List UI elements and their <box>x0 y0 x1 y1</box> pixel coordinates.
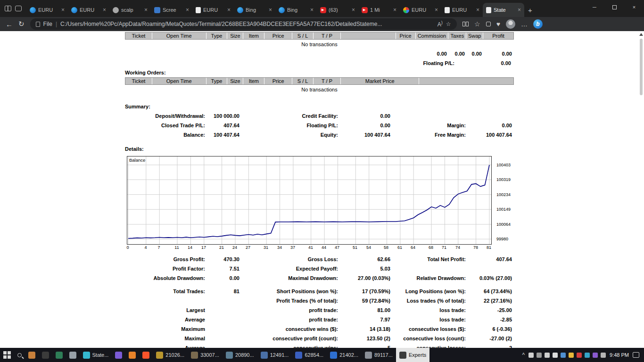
profile-avatar[interactable] <box>506 19 515 29</box>
taskbar-app-button[interactable]: 33007... <box>188 348 223 362</box>
tab-close-icon[interactable]: × <box>186 7 189 13</box>
favorite-star-icon[interactable]: ☆ <box>446 21 451 27</box>
taskbar-app-button[interactable] <box>25 348 39 362</box>
taskbar-apps: State... 2102 <box>25 348 430 362</box>
x-tick-label: 34 <box>277 245 282 250</box>
scroll-up-arrow[interactable] <box>639 33 643 36</box>
read-aloud-icon[interactable]: A <box>438 20 443 28</box>
start-button[interactable] <box>0 348 14 362</box>
taskbar-clock[interactable]: 9:48 PM <box>610 352 629 358</box>
commission-total: 0.00 <box>416 49 449 58</box>
x-tick-label: 58 <box>384 245 388 250</box>
taskbar-app-media <box>129 352 136 359</box>
taskbar-app-brave <box>142 352 149 359</box>
split-screen-icon[interactable] <box>462 20 469 28</box>
windows-taskbar: State... 2102 <box>0 348 644 362</box>
column-header: Taxes <box>448 33 466 39</box>
chart-y-axis-labels: 99980100064100149100234100319100403 <box>495 156 518 244</box>
browser-tab[interactable]: scalp × <box>109 3 151 17</box>
favorites-icon[interactable]: ☆ <box>474 20 480 28</box>
taskbar-app-label: Experts <box>409 352 426 358</box>
browser-essentials-icon[interactable]: ♥ <box>496 20 500 28</box>
browser-tab[interactable]: EURU × <box>400 3 441 17</box>
address-bar[interactable]: File | C:/Users/Home%20Pc/AppData/Roamin… <box>30 18 457 30</box>
browser-tab[interactable]: Bing × <box>275 3 317 17</box>
x-tick-label: 37 <box>290 245 295 250</box>
tray-onedrive-icon[interactable] <box>553 353 558 358</box>
taskbar-search-button[interactable] <box>14 348 25 362</box>
tab-close-icon[interactable]: × <box>393 7 396 13</box>
browser-tab[interactable]: EURU × <box>192 3 234 17</box>
tab-close-icon[interactable]: × <box>352 7 355 13</box>
copilot-icon[interactable]: b <box>533 19 543 29</box>
tray-alert-icon[interactable] <box>569 353 574 358</box>
taskbar-app-button[interactable]: Experts <box>396 348 429 362</box>
back-button[interactable]: ← <box>6 20 13 28</box>
taskbar-app-button[interactable] <box>66 348 80 362</box>
tab-favicon <box>362 7 368 13</box>
workspaces-icon[interactable] <box>5 6 11 11</box>
browser-tab[interactable]: 1 Mi × <box>358 3 400 17</box>
page-scrollbar[interactable] <box>638 31 644 348</box>
browser-tab[interactable]: EURU × <box>26 3 68 17</box>
tray-teal-app-icon[interactable] <box>585 353 590 358</box>
browser-tab[interactable]: EURU × <box>68 3 109 17</box>
taskbar-app-button[interactable] <box>52 348 66 362</box>
tray-blue-app-icon[interactable] <box>561 353 566 358</box>
tray-chevron-up-icon[interactable]: ^ <box>522 352 525 358</box>
statistics-row: Average consecutive wins:5 consecutive l… <box>125 343 514 348</box>
taskbar-app-button[interactable]: State... <box>80 348 112 362</box>
notification-center-icon[interactable] <box>633 352 639 358</box>
more-options-icon[interactable]: … <box>521 20 528 28</box>
tray-purple-app-icon[interactable] <box>593 353 598 358</box>
taskbar-app-button[interactable] <box>125 348 139 362</box>
statistics-row: Maximal consecutive profit (count):123.5… <box>125 334 514 343</box>
minimize-button[interactable]: ─ <box>585 0 604 14</box>
detailed-statement-report: TicketOpen TimeTypeSizeItemPriceS / LT /… <box>125 31 514 348</box>
tray-touch-keyboard-icon[interactable] <box>545 353 550 358</box>
tray-volume-icon[interactable] <box>537 353 542 358</box>
taskbar-app-button[interactable] <box>139 348 153 362</box>
browser-tab[interactable]: Bing × <box>234 3 275 17</box>
tab-actions-icon[interactable] <box>15 6 22 11</box>
tray-battery-icon[interactable] <box>601 353 606 358</box>
tab-close-icon[interactable]: × <box>61 7 65 13</box>
working-orders-table-header: TicketOpen TimeTypeSizeItemPriceS / LT /… <box>125 77 514 85</box>
x-tick-label: 21 <box>219 245 224 250</box>
close-window-button[interactable]: × <box>624 0 644 14</box>
taskbar-app-button[interactable]: 62854... <box>292 348 327 362</box>
taskbar-app-button[interactable] <box>39 348 52 362</box>
tab-close-icon[interactable]: × <box>269 7 272 13</box>
browser-tab[interactable]: (63) × <box>317 3 358 17</box>
column-header: Open Time <box>152 33 206 39</box>
x-tick-label: 44 <box>322 245 326 250</box>
tab-close-icon[interactable]: × <box>227 7 231 13</box>
tab-close-icon[interactable]: × <box>476 7 479 13</box>
column-header: Type <box>206 78 228 84</box>
taskbar-app-button[interactable] <box>112 348 125 362</box>
tab-close-icon[interactable]: × <box>144 7 148 13</box>
browser-tab[interactable]: Scree × <box>151 3 192 17</box>
new-tab-button[interactable]: + <box>524 6 537 17</box>
scrollbar-thumb[interactable] <box>640 39 643 95</box>
chart-x-axis-labels: 0471114172124273134374144475154586164687… <box>127 245 492 251</box>
taskbar-app-button[interactable]: 21402... <box>327 348 362 362</box>
refresh-button[interactable]: ↻ <box>18 20 25 28</box>
maximize-button[interactable] <box>604 0 624 14</box>
tab-close-icon[interactable]: × <box>518 7 521 13</box>
x-tick-label: 24 <box>232 245 237 250</box>
browser-tab[interactable]: EURU × <box>441 3 483 17</box>
tab-close-icon[interactable]: × <box>103 7 106 13</box>
tab-close-icon[interactable]: × <box>435 7 438 13</box>
collections-icon[interactable] <box>486 20 491 28</box>
taskbar-app-button[interactable]: 12491... <box>257 348 292 362</box>
statistics-rows: Gross Profit:470.30 Gross Loss:62.66 Tot… <box>125 255 514 348</box>
taskbar-app-button[interactable]: 21026... <box>153 348 188 362</box>
tab-close-icon[interactable]: × <box>310 7 314 13</box>
tray-antivirus-icon[interactable] <box>577 353 582 358</box>
x-tick-label: 68 <box>429 245 433 250</box>
taskbar-app-button[interactable]: 20890... <box>223 348 257 362</box>
browser-tab[interactable]: State × <box>483 3 524 17</box>
tray-pen-icon[interactable] <box>528 353 534 358</box>
taskbar-app-button[interactable]: 89117... <box>362 348 396 362</box>
